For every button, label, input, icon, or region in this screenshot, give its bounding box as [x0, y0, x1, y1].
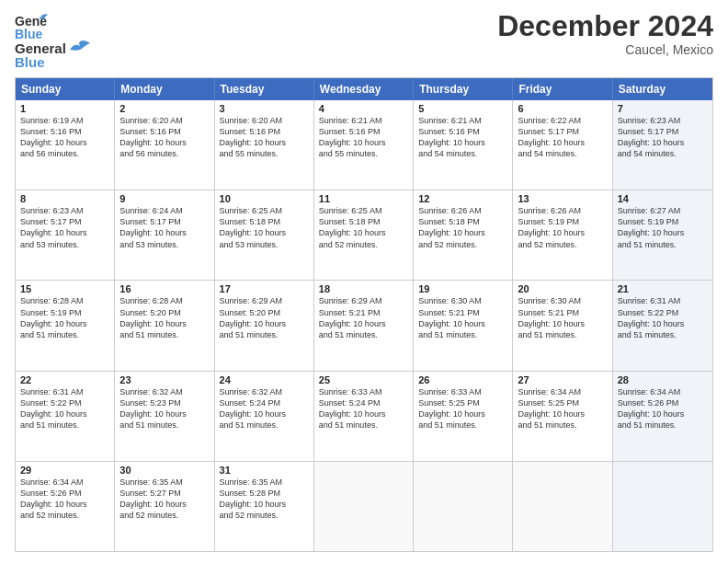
- day-number: 10: [220, 193, 309, 204]
- day-info: Sunrise: 6:23 AM Sunset: 5:17 PM Dayligh…: [618, 115, 708, 160]
- day-number: 9: [119, 193, 209, 204]
- day-cell-20: 20Sunrise: 6:30 AM Sunset: 5:21 PM Dayli…: [513, 281, 612, 370]
- day-cell-26: 26Sunrise: 6:33 AM Sunset: 5:25 PM Dayli…: [414, 372, 513, 461]
- day-info: Sunrise: 6:30 AM Sunset: 5:21 PM Dayligh…: [418, 295, 507, 340]
- day-cell-29: 29Sunrise: 6:34 AM Sunset: 5:26 PM Dayli…: [16, 462, 115, 551]
- day-number: 22: [20, 374, 109, 385]
- day-info: Sunrise: 6:34 AM Sunset: 5:26 PM Dayligh…: [618, 386, 708, 431]
- day-cell-21: 21Sunrise: 6:31 AM Sunset: 5:22 PM Dayli…: [613, 281, 712, 370]
- day-cell-15: 15Sunrise: 6:28 AM Sunset: 5:19 PM Dayli…: [16, 281, 115, 370]
- day-info: Sunrise: 6:26 AM Sunset: 5:19 PM Dayligh…: [518, 205, 607, 250]
- day-cell-30: 30Sunrise: 6:35 AM Sunset: 5:27 PM Dayli…: [115, 462, 214, 551]
- day-info: Sunrise: 6:29 AM Sunset: 5:20 PM Dayligh…: [220, 295, 309, 340]
- day-number: 23: [119, 374, 209, 385]
- day-cell-13: 13Sunrise: 6:26 AM Sunset: 5:19 PM Dayli…: [513, 190, 612, 280]
- weekday-header-tuesday: Tuesday: [215, 78, 314, 100]
- day-cell-1: 1Sunrise: 6:19 AM Sunset: 5:16 PM Daylig…: [16, 100, 115, 190]
- day-cell-18: 18Sunrise: 6:29 AM Sunset: 5:21 PM Dayli…: [314, 281, 414, 370]
- day-info: Sunrise: 6:28 AM Sunset: 5:19 PM Dayligh…: [20, 295, 109, 340]
- day-cell-7: 7Sunrise: 6:23 AM Sunset: 5:17 PM Daylig…: [613, 100, 712, 190]
- weekday-header-monday: Monday: [115, 78, 214, 100]
- day-cell-4: 4Sunrise: 6:21 AM Sunset: 5:16 PM Daylig…: [314, 100, 414, 190]
- day-cell-19: 19Sunrise: 6:30 AM Sunset: 5:21 PM Dayli…: [414, 281, 513, 370]
- day-cell-9: 9Sunrise: 6:24 AM Sunset: 5:17 PM Daylig…: [115, 190, 214, 280]
- day-info: Sunrise: 6:22 AM Sunset: 5:17 PM Dayligh…: [518, 115, 607, 160]
- day-number: 24: [220, 374, 309, 385]
- day-number: 26: [418, 374, 507, 385]
- calendar: SundayMondayTuesdayWednesdayThursdayFrid…: [15, 77, 713, 552]
- day-cell-16: 16Sunrise: 6:28 AM Sunset: 5:20 PM Dayli…: [115, 281, 214, 370]
- day-cell-3: 3Sunrise: 6:20 AM Sunset: 5:16 PM Daylig…: [215, 100, 314, 190]
- calendar-header: SundayMondayTuesdayWednesdayThursdayFrid…: [16, 78, 712, 100]
- day-number: 14: [618, 193, 708, 204]
- day-number: 15: [20, 283, 109, 294]
- day-cell-14: 14Sunrise: 6:27 AM Sunset: 5:19 PM Dayli…: [613, 190, 712, 280]
- day-info: Sunrise: 6:32 AM Sunset: 5:24 PM Dayligh…: [220, 386, 309, 431]
- day-number: 27: [518, 374, 607, 385]
- day-info: Sunrise: 6:26 AM Sunset: 5:18 PM Dayligh…: [418, 205, 507, 250]
- day-info: Sunrise: 6:34 AM Sunset: 5:25 PM Dayligh…: [518, 386, 607, 431]
- day-cell-28: 28Sunrise: 6:34 AM Sunset: 5:26 PM Dayli…: [613, 372, 712, 461]
- title-block: December 2024 Caucel, Mexico: [497, 11, 713, 57]
- weekday-header-friday: Friday: [513, 78, 612, 100]
- day-info: Sunrise: 6:31 AM Sunset: 5:22 PM Dayligh…: [20, 386, 109, 431]
- page: General Blue General Blue December 2024 …: [0, 0, 728, 563]
- day-number: 8: [20, 193, 109, 204]
- day-cell-10: 10Sunrise: 6:25 AM Sunset: 5:18 PM Dayli…: [215, 190, 314, 280]
- empty-cell-4-5: [513, 462, 612, 551]
- day-number: 25: [319, 374, 408, 385]
- day-cell-23: 23Sunrise: 6:32 AM Sunset: 5:23 PM Dayli…: [115, 372, 214, 461]
- day-cell-8: 8Sunrise: 6:23 AM Sunset: 5:17 PM Daylig…: [16, 190, 115, 280]
- day-cell-5: 5Sunrise: 6:21 AM Sunset: 5:16 PM Daylig…: [414, 100, 513, 190]
- logo-icon: General Blue: [15, 11, 48, 44]
- day-info: Sunrise: 6:24 AM Sunset: 5:17 PM Dayligh…: [119, 205, 209, 250]
- weekday-header-wednesday: Wednesday: [314, 78, 414, 100]
- day-cell-24: 24Sunrise: 6:32 AM Sunset: 5:24 PM Dayli…: [215, 372, 314, 461]
- day-info: Sunrise: 6:35 AM Sunset: 5:27 PM Dayligh…: [119, 477, 209, 522]
- day-info: Sunrise: 6:19 AM Sunset: 5:16 PM Dayligh…: [20, 115, 109, 160]
- day-info: Sunrise: 6:34 AM Sunset: 5:26 PM Dayligh…: [20, 477, 109, 522]
- weekday-header-thursday: Thursday: [414, 78, 513, 100]
- day-info: Sunrise: 6:33 AM Sunset: 5:25 PM Dayligh…: [418, 386, 507, 431]
- day-info: Sunrise: 6:23 AM Sunset: 5:17 PM Dayligh…: [20, 205, 109, 250]
- empty-cell-4-6: [613, 462, 712, 551]
- day-cell-22: 22Sunrise: 6:31 AM Sunset: 5:22 PM Dayli…: [16, 372, 115, 461]
- day-number: 28: [618, 374, 708, 385]
- day-number: 31: [220, 465, 309, 476]
- day-number: 4: [319, 103, 408, 114]
- day-info: Sunrise: 6:29 AM Sunset: 5:21 PM Dayligh…: [319, 295, 408, 340]
- day-number: 17: [220, 283, 309, 294]
- day-number: 2: [119, 103, 209, 114]
- calendar-row-4: 22Sunrise: 6:31 AM Sunset: 5:22 PM Dayli…: [16, 372, 712, 462]
- day-number: 29: [20, 465, 109, 476]
- day-info: Sunrise: 6:35 AM Sunset: 5:28 PM Dayligh…: [220, 477, 309, 522]
- day-number: 1: [20, 103, 109, 114]
- day-number: 13: [518, 193, 607, 204]
- day-number: 19: [418, 283, 507, 294]
- day-number: 30: [119, 465, 209, 476]
- day-cell-25: 25Sunrise: 6:33 AM Sunset: 5:24 PM Dayli…: [314, 372, 414, 461]
- day-cell-2: 2Sunrise: 6:20 AM Sunset: 5:16 PM Daylig…: [115, 100, 214, 190]
- empty-cell-4-4: [414, 462, 513, 551]
- day-cell-17: 17Sunrise: 6:29 AM Sunset: 5:20 PM Dayli…: [215, 281, 314, 370]
- day-info: Sunrise: 6:27 AM Sunset: 5:19 PM Dayligh…: [618, 205, 708, 250]
- day-info: Sunrise: 6:30 AM Sunset: 5:21 PM Dayligh…: [518, 295, 607, 340]
- calendar-row-1: 1Sunrise: 6:19 AM Sunset: 5:16 PM Daylig…: [16, 100, 712, 190]
- day-info: Sunrise: 6:20 AM Sunset: 5:16 PM Dayligh…: [220, 115, 309, 160]
- day-cell-27: 27Sunrise: 6:34 AM Sunset: 5:25 PM Dayli…: [513, 372, 612, 461]
- header: General Blue General Blue December 2024 …: [15, 11, 713, 70]
- calendar-row-5: 29Sunrise: 6:34 AM Sunset: 5:26 PM Dayli…: [16, 462, 712, 551]
- logo: General Blue General Blue: [15, 11, 90, 70]
- day-number: 16: [119, 283, 209, 294]
- calendar-body: 1Sunrise: 6:19 AM Sunset: 5:16 PM Daylig…: [16, 100, 712, 551]
- calendar-row-3: 15Sunrise: 6:28 AM Sunset: 5:19 PM Dayli…: [16, 281, 712, 371]
- logo-blue: Blue: [15, 54, 90, 70]
- day-info: Sunrise: 6:21 AM Sunset: 5:16 PM Dayligh…: [319, 115, 408, 160]
- logo-bird-icon: [70, 40, 90, 53]
- day-number: 7: [618, 103, 708, 114]
- day-cell-11: 11Sunrise: 6:25 AM Sunset: 5:18 PM Dayli…: [314, 190, 414, 280]
- day-info: Sunrise: 6:31 AM Sunset: 5:22 PM Dayligh…: [618, 295, 708, 340]
- weekday-header-saturday: Saturday: [613, 78, 712, 100]
- day-number: 3: [220, 103, 309, 114]
- day-info: Sunrise: 6:28 AM Sunset: 5:20 PM Dayligh…: [119, 295, 209, 340]
